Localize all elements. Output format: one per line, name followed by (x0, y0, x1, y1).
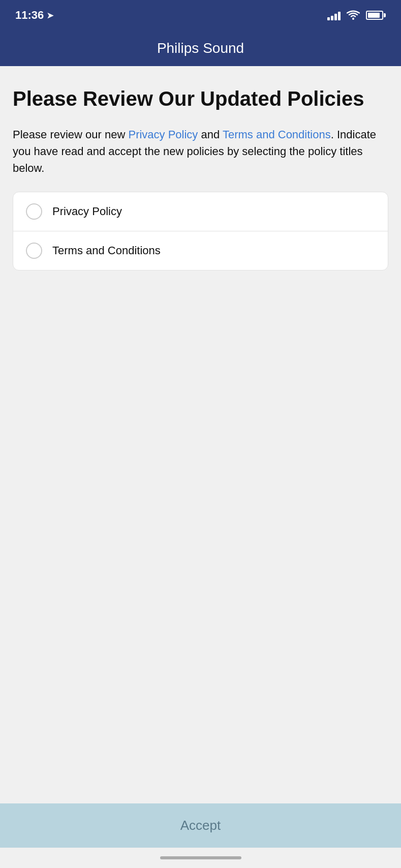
main-content: Please Review Our Updated Policies Pleas… (0, 66, 401, 803)
terms-conditions-link[interactable]: Terms and Conditions (223, 128, 331, 141)
privacy-policy-link[interactable]: Privacy Policy (128, 128, 198, 141)
page-heading: Please Review Our Updated Policies (13, 86, 388, 111)
status-right-icons (327, 10, 386, 20)
home-indicator (0, 848, 401, 868)
policy-item-terms[interactable]: Terms and Conditions (13, 231, 388, 270)
home-bar (160, 856, 241, 859)
app-title: Philips Sound (157, 40, 244, 56)
battery-icon (366, 11, 386, 20)
navigation-bar: Philips Sound (0, 31, 401, 66)
terms-conditions-label: Terms and Conditions (52, 244, 161, 257)
accept-button[interactable]: Accept (13, 818, 388, 833)
description-prefix: Please review our new (13, 128, 128, 141)
navigation-arrow-icon: ➤ (47, 11, 53, 20)
accept-area: Accept (0, 803, 401, 848)
terms-conditions-radio[interactable] (26, 243, 42, 259)
signal-bars-icon (327, 10, 341, 20)
time-display: 11:36 (15, 9, 44, 22)
svg-point-0 (352, 18, 354, 20)
policy-item-privacy[interactable]: Privacy Policy (13, 192, 388, 231)
status-bar: 11:36 ➤ (0, 0, 401, 31)
content-spacer (13, 271, 388, 803)
wifi-icon (347, 10, 360, 20)
privacy-policy-radio[interactable] (26, 203, 42, 220)
policy-list: Privacy Policy Terms and Conditions (13, 192, 388, 271)
status-time: 11:36 ➤ (15, 9, 53, 22)
privacy-policy-label: Privacy Policy (52, 205, 122, 218)
description-text: Please review our new Privacy Policy and… (13, 126, 388, 176)
description-middle: and (198, 128, 223, 141)
